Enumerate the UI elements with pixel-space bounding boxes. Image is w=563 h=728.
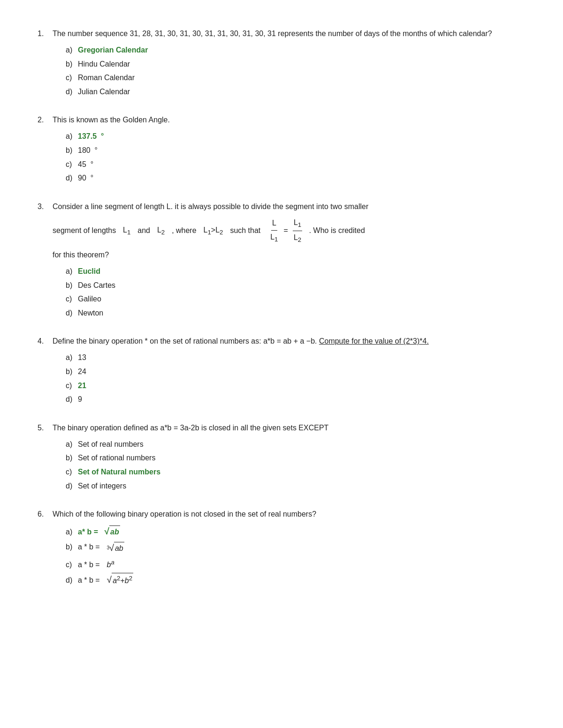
- q3-math-line: segment of lengths L1 and L2 , where L1>…: [53, 216, 525, 246]
- q1-number: 1.: [38, 28, 49, 39]
- q3-options: a) Euclid b) Des Cartes c) Galileo d) Ne…: [66, 265, 525, 319]
- question-6: 6. Which of the following binary operati…: [38, 509, 525, 587]
- q3-opt-c: c) Galileo: [66, 293, 525, 305]
- q5-number: 5.: [38, 422, 49, 434]
- q5-text: The binary operation defined as a*b = 3a…: [53, 422, 525, 434]
- q5-opt-b: b) Set of rational numbers: [66, 452, 525, 464]
- question-2: 2. This is known as the Golden Angle. a)…: [38, 114, 525, 184]
- q2-opt-c: c) 45 °: [66, 158, 525, 171]
- q5-opt-d: d) Set of integers: [66, 480, 525, 492]
- question-5: 5. The binary operation defined as a*b =…: [38, 422, 525, 492]
- q6-opt-a: a) a* b = √ab: [66, 525, 525, 539]
- q2-answer-a: 137.5 °: [78, 130, 104, 143]
- q6-options: a) a* b = √ab b) a * b = 3√ab c) a * b =…: [66, 525, 525, 587]
- q6-text: Which of the following binary operation …: [53, 509, 525, 520]
- q6-opt-d: d) a * b = √a2+b2: [66, 573, 525, 587]
- q3-number: 3.: [38, 201, 49, 261]
- q3-opt-d: d) Newton: [66, 307, 525, 319]
- q2-opt-d: d) 90 °: [66, 172, 525, 184]
- q3-opt-b: b) Des Cartes: [66, 279, 525, 292]
- q3-body: Consider a line segment of length L. it …: [53, 201, 525, 261]
- q4-opt-c: c) 21: [66, 380, 525, 392]
- q2-opt-a: a) 137.5 °: [66, 130, 525, 143]
- q4-opt-d: d) 9: [66, 393, 525, 405]
- q3-text-post: for this theorem?: [53, 251, 109, 259]
- q6-opt-b: b) a * b = 3√ab: [66, 541, 525, 555]
- q5-opt-a: a) Set of real numbers: [66, 438, 525, 450]
- q6-number: 6.: [38, 509, 49, 520]
- q2-number: 2.: [38, 114, 49, 126]
- q1-opt-c: c) Roman Calendar: [66, 72, 525, 84]
- question-4: 4. Define the binary operation * on the …: [38, 336, 525, 405]
- q2-options: a) 137.5 ° b) 180 ° c) 45 ° d) 90 °: [66, 130, 525, 184]
- q1-options: a) Gregorian Calendar b) Hindu Calendar …: [66, 44, 525, 98]
- q5-answer-c: Set of Natural numbers: [78, 466, 160, 478]
- q3-answer-a: Euclid: [78, 265, 100, 278]
- q1-opt-b: b) Hindu Calendar: [66, 58, 525, 70]
- q4-opt-a: a) 13: [66, 352, 525, 364]
- q4-opt-b: b) 24: [66, 366, 525, 378]
- q4-answer-c: 21: [78, 380, 86, 392]
- q2-opt-b: b) 180 °: [66, 144, 525, 157]
- q5-options: a) Set of real numbers b) Set of rationa…: [66, 438, 525, 492]
- question-1: 1. The number sequence 31, 28, 31, 30, 3…: [38, 28, 525, 98]
- q4-text: Define the binary operation * on the set…: [53, 336, 525, 347]
- q1-text: The number sequence 31, 28, 31, 30, 31, …: [53, 28, 525, 39]
- q3-text-pre: Consider a line segment of length L. it …: [53, 203, 368, 210]
- q1-opt-a: a) Gregorian Calendar: [66, 44, 525, 56]
- q6-opt-c: c) a * b = ba: [66, 557, 525, 571]
- q1-opt-d: d) Julian Calendar: [66, 86, 525, 98]
- question-3: 3. Consider a line segment of length L. …: [38, 201, 525, 319]
- q4-options: a) 13 b) 24 c) 21 d) 9: [66, 352, 525, 405]
- q1-answer-a: Gregorian Calendar: [78, 44, 148, 56]
- q5-opt-c: c) Set of Natural numbers: [66, 466, 525, 478]
- q3-opt-a: a) Euclid: [66, 265, 525, 278]
- q4-number: 4.: [38, 336, 49, 347]
- q2-text: This is known as the Golden Angle.: [53, 114, 525, 126]
